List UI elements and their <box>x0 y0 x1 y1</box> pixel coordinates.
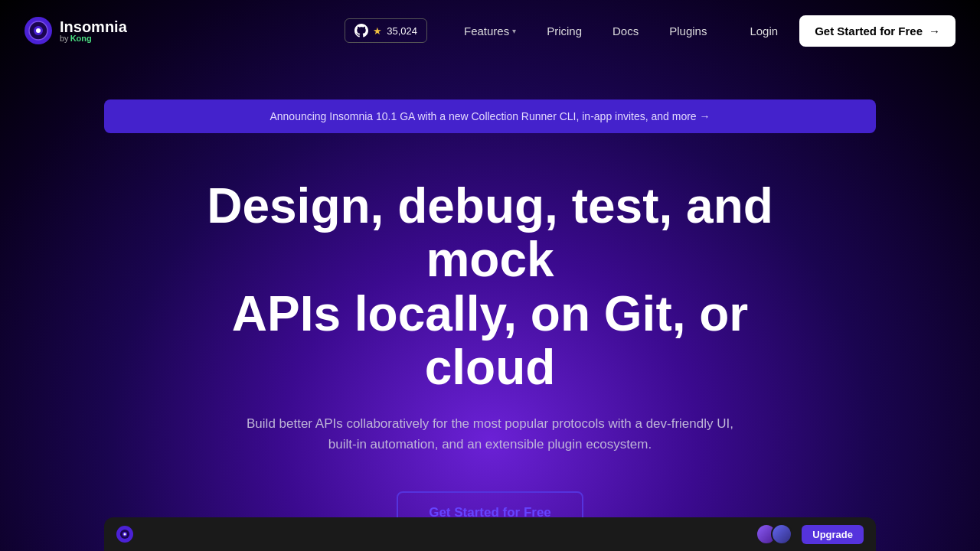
brand-by-kong: by Kong <box>60 34 127 43</box>
announcement-banner[interactable]: Announcing Insomnia 10.1 GA with a new C… <box>104 99 876 133</box>
nav-pricing[interactable]: Pricing <box>534 18 594 44</box>
insomnia-logo-icon <box>24 17 52 44</box>
brand-name: Insomnia <box>60 19 127 34</box>
star-icon: ★ <box>373 25 382 37</box>
nav-get-started-button[interactable]: Get Started for Free → <box>799 15 956 47</box>
svg-point-3 <box>36 28 41 33</box>
navbar: Insomnia by Kong ★ 35,024 Features ▾ Pri… <box>0 0 980 61</box>
svg-point-7 <box>123 533 126 535</box>
hero-subtext: Build better APIs collaboratively for th… <box>237 413 743 455</box>
avatar-group <box>756 523 792 545</box>
app-bar-logo-icon <box>116 526 133 543</box>
nav-docs[interactable]: Docs <box>600 18 651 44</box>
github-count: 35,024 <box>387 25 417 37</box>
avatar-2 <box>771 523 792 545</box>
nav-login[interactable]: Login <box>737 18 790 44</box>
github-icon <box>354 24 368 37</box>
upgrade-button[interactable]: Upgrade <box>802 525 864 544</box>
nav-links: Features ▾ Pricing Docs Plugins <box>452 18 719 44</box>
app-bar-right: Upgrade <box>756 523 864 545</box>
nav-features[interactable]: Features ▾ <box>452 18 528 44</box>
hero-heading: Design, debug, test, and mock APIs local… <box>184 179 796 395</box>
main-content: Announcing Insomnia 10.1 GA with a new C… <box>0 61 980 534</box>
logo-link[interactable]: Insomnia by Kong <box>24 17 127 44</box>
github-badge[interactable]: ★ 35,024 <box>345 18 427 43</box>
app-bar: Upgrade <box>104 517 876 551</box>
announcement-text: Announcing Insomnia 10.1 GA with a new C… <box>270 110 710 122</box>
chevron-down-icon: ▾ <box>512 27 516 35</box>
logo-text: Insomnia by Kong <box>60 19 127 43</box>
arrow-icon: → <box>929 24 940 37</box>
nav-plugins[interactable]: Plugins <box>657 18 719 44</box>
